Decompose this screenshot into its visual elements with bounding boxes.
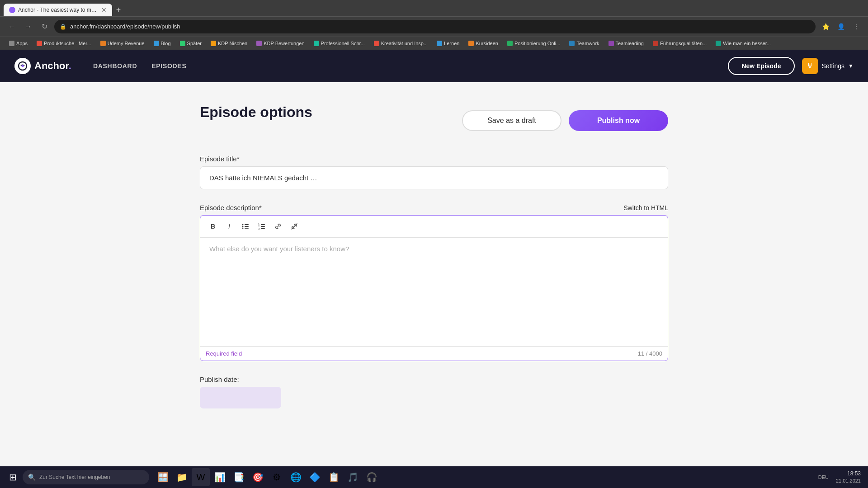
back-button[interactable]: ←: [5, 20, 18, 33]
bookmark-label: Kursideen: [476, 41, 498, 46]
forward-button[interactable]: →: [22, 20, 34, 33]
svg-rect-5: [245, 226, 249, 227]
episode-description-label: Episode description*: [200, 204, 262, 211]
bookmark-lernen[interactable]: Lernen: [433, 40, 463, 47]
bookmark-professionell[interactable]: Professionell Schr...: [310, 40, 368, 47]
tab-favicon: [9, 7, 15, 13]
bookmark-favicon: [716, 41, 721, 46]
reload-button[interactable]: ↻: [38, 20, 51, 33]
bookmark-favicon: [468, 41, 474, 46]
settings-label: Settings: [822, 62, 845, 70]
bookmark-label: KDP Nischen: [218, 41, 247, 46]
bookmark-favicon: [256, 41, 262, 46]
unlink-button[interactable]: [287, 219, 302, 234]
bookmark-label: Professionell Schr...: [321, 41, 365, 46]
profile-icon[interactable]: 👤: [835, 20, 847, 33]
tab-title: Anchor - The easiest way to mai...: [18, 7, 99, 13]
bookmark-apps[interactable]: Apps: [5, 40, 31, 47]
link-button[interactable]: [271, 219, 285, 234]
ordered-list-button[interactable]: 1. 2. 3.: [255, 219, 269, 234]
bookmark-label: KDP Bewertungen: [264, 41, 304, 46]
bookmark-label: Apps: [16, 41, 28, 46]
description-placeholder: What else do you want your listeners to …: [209, 245, 349, 253]
new-episode-button[interactable]: New Episode: [728, 57, 794, 75]
unordered-list-button[interactable]: [238, 219, 253, 234]
description-editor: B I 1.: [200, 215, 668, 361]
episode-title-label: Episode title*: [200, 155, 668, 163]
bookmark-produktsuche[interactable]: Produktsuche - Mer...: [33, 40, 95, 47]
editor-footer: Required field 11 / 4000: [200, 346, 668, 361]
bookmark-favicon: [180, 41, 185, 46]
ssl-lock-icon: 🔒: [60, 23, 66, 30]
bookmark-label: Führungsqualitäten...: [660, 41, 707, 46]
bookmark-favicon: [100, 41, 106, 46]
bookmark-favicon: [609, 41, 614, 46]
settings-chevron-icon: ▼: [848, 63, 854, 69]
episode-title-input[interactable]: [200, 166, 668, 189]
description-content-area[interactable]: What else do you want your listeners to …: [200, 238, 668, 346]
description-header: Episode description* Switch to HTML: [200, 204, 668, 211]
publish-date-section: Publish date:: [200, 375, 668, 408]
bookmark-favicon: [653, 41, 658, 46]
bookmark-label: Positionierung Onli...: [514, 41, 561, 46]
bookmark-favicon: [211, 41, 216, 46]
bookmark-spaeter[interactable]: Später: [176, 40, 205, 47]
main-content: Episode options Save as a draft Publish …: [185, 82, 683, 445]
svg-rect-11: [261, 226, 265, 227]
settings-button[interactable]: 🎙 Settings ▼: [802, 58, 854, 74]
episode-description-section: Episode description* Switch to HTML B I: [200, 204, 668, 361]
bookmark-favicon: [9, 41, 14, 46]
publish-date-value[interactable]: [200, 387, 281, 408]
bookmark-wie-man[interactable]: Wie man ein besser...: [712, 40, 774, 47]
italic-button[interactable]: I: [222, 219, 236, 234]
bookmark-label: Kreativität und Insp...: [381, 41, 428, 46]
bookmark-label: Teamwork: [576, 41, 599, 46]
svg-point-6: [242, 228, 244, 229]
bookmark-blog[interactable]: Blog: [150, 40, 175, 47]
bookmark-kdp-bewertungen[interactable]: KDP Bewertungen: [253, 40, 308, 47]
bookmark-label: Wie man ein besser...: [723, 41, 771, 46]
bookmark-udemy[interactable]: Udemy Revenue: [97, 40, 148, 47]
browser-window: Anchor - The easiest way to mai... ✕ + ←…: [0, 0, 868, 50]
nav-dashboard[interactable]: DASHBOARD: [93, 62, 137, 70]
logo[interactable]: Anchor.: [14, 58, 71, 74]
tab-close-button[interactable]: ✕: [101, 6, 107, 14]
switch-to-html-link[interactable]: Switch to HTML: [623, 204, 668, 211]
address-bar[interactable]: 🔒 anchor.fm/dashboard/episode/new/publis…: [54, 20, 816, 33]
svg-rect-9: [261, 224, 265, 225]
bookmark-favicon: [437, 41, 442, 46]
bookmark-kreativitaet[interactable]: Kreativität und Insp...: [370, 40, 431, 47]
active-tab[interactable]: Anchor - The easiest way to mai... ✕: [4, 4, 112, 16]
svg-text:3.: 3.: [258, 227, 260, 230]
publish-button[interactable]: Publish now: [569, 110, 668, 131]
header-actions: Save as a draft Publish now: [462, 110, 668, 131]
bookmark-label: Blog: [161, 41, 171, 46]
app-wrapper: Anchor. DASHBOARD EPISODES New Episode 🎙…: [0, 50, 868, 456]
menu-icon[interactable]: ⋮: [850, 20, 863, 33]
bookmarks-bar: Apps Produktsuche - Mer... Udemy Revenue…: [0, 36, 868, 50]
bold-button[interactable]: B: [206, 219, 220, 234]
editor-toolbar: B I 1.: [200, 216, 668, 238]
navbar: Anchor. DASHBOARD EPISODES New Episode 🎙…: [0, 50, 868, 82]
bookmark-positionierung[interactable]: Positionierung Onli...: [504, 40, 564, 47]
navbar-left: Anchor. DASHBOARD EPISODES: [14, 58, 186, 74]
bookmark-kursideen[interactable]: Kursideen: [465, 40, 502, 47]
bookmark-favicon: [507, 41, 513, 46]
bookmark-fuehrung[interactable]: Führungsqualitäten...: [649, 40, 710, 47]
bookmark-favicon: [314, 41, 319, 46]
page-title: Episode options: [200, 104, 312, 121]
svg-point-2: [242, 224, 244, 225]
svg-point-1: [22, 65, 24, 67]
toolbar-actions: ⭐ 👤 ⋮: [819, 20, 863, 33]
bookmark-teamwork[interactable]: Teamwork: [566, 40, 603, 47]
svg-point-4: [242, 226, 244, 227]
extensions-icon[interactable]: ⭐: [819, 20, 832, 33]
new-tab-button[interactable]: +: [112, 4, 125, 16]
logo-icon: [14, 58, 31, 74]
save-draft-button[interactable]: Save as a draft: [462, 110, 561, 131]
nav-episodes[interactable]: EPISODES: [151, 62, 186, 70]
bookmark-teamleading[interactable]: Teamleading: [605, 40, 647, 47]
url-text: anchor.fm/dashboard/episode/new/publish: [70, 23, 180, 30]
episode-title-section: Episode title*: [200, 155, 668, 189]
bookmark-kdp-nischen[interactable]: KDP Nischen: [207, 40, 251, 47]
